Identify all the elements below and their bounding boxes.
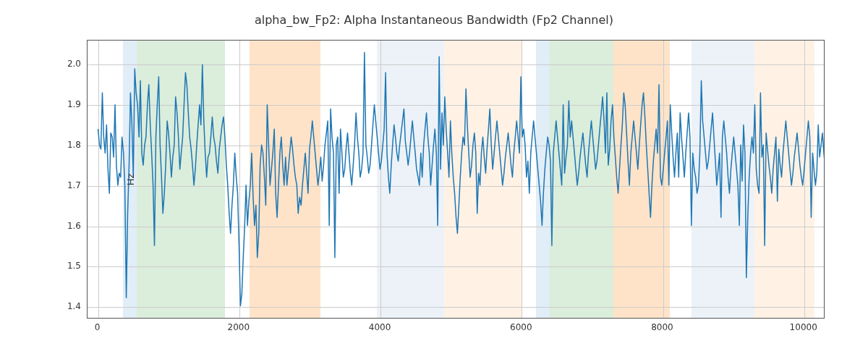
x-tick-label: 2000 [217,322,260,332]
chart-figure: alpha_bw_Fp2: Alpha Instantaneous Bandwi… [0,0,868,362]
y-tick-label: 1.8 [38,140,81,150]
chart-title: alpha_bw_Fp2: Alpha Instantaneous Bandwi… [0,13,868,27]
y-tick-label: 2.0 [38,59,81,69]
y-tick-label: 1.6 [38,221,81,231]
y-tick-label: 1.5 [38,261,81,271]
chart-axes: Hz Time(s) 1.41.51.61.71.81.92.002000400… [87,40,825,319]
y-tick-label: 1.4 [38,301,81,311]
y-axis-label: Hz [125,173,136,185]
x-tick-label: 6000 [499,322,542,332]
x-tick-label: 4000 [358,322,401,332]
series-line [98,53,824,306]
plot-area [87,40,825,319]
x-tick-label: 10000 [782,322,825,332]
x-tick-label: 8000 [641,322,684,332]
series-svg [88,41,824,318]
y-tick-label: 1.7 [38,180,81,190]
y-tick-label: 1.9 [38,99,81,109]
x-tick-label: 0 [76,322,119,332]
